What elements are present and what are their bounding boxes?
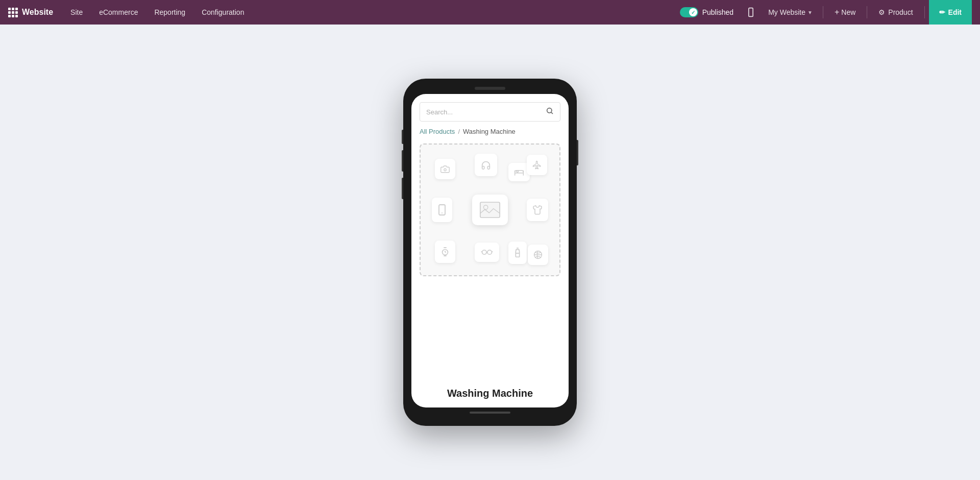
edit-button[interactable]: ✏ Edit: [929, 0, 972, 25]
svg-point-14: [487, 250, 492, 255]
grid-icon: [8, 8, 18, 17]
new-button[interactable]: + New: [827, 0, 863, 25]
screen-search-bar[interactable]: Search...: [420, 102, 560, 122]
toggle-switch[interactable]: ✓: [680, 7, 698, 17]
soccer-category-icon: [528, 245, 548, 265]
product-button[interactable]: ⚙ Product: [871, 0, 920, 25]
published-toggle[interactable]: ✓ Published: [674, 0, 740, 25]
phone-mockup: Search... All Products / Washing Machine: [403, 79, 577, 426]
shirt-category-icon: [527, 199, 548, 221]
phone-volume-up-button: [402, 150, 403, 172]
product-title: Washing Machine: [411, 383, 569, 407]
nav-site[interactable]: Site: [63, 0, 90, 25]
nav-reporting[interactable]: Reporting: [147, 0, 192, 25]
navbar-right: ✓ Published My Website ▼ + New ⚙ P: [674, 0, 972, 25]
screen-search-icon: [546, 107, 554, 117]
bottle-category-icon: [508, 242, 527, 264]
chevron-down-icon: ▼: [807, 10, 813, 15]
mobile-category-icon: [432, 198, 452, 222]
breadcrumb-separator: /: [458, 128, 460, 135]
phone-mute-button: [402, 130, 403, 144]
headphones-category-icon: [475, 154, 497, 176]
watch-category-icon: [435, 241, 455, 263]
nav-configuration[interactable]: Configuration: [194, 0, 251, 25]
published-label: Published: [702, 8, 734, 16]
phone-volume-down-button: [402, 178, 403, 199]
phone-home-indicator: [470, 412, 510, 414]
glasses-category-icon: [475, 243, 499, 262]
breadcrumb-product-name: Washing Machine: [463, 128, 516, 135]
brand-logo[interactable]: Website: [8, 8, 53, 17]
navbar: Website Site eCommerce Reporting Configu…: [0, 0, 980, 25]
svg-rect-4: [480, 202, 500, 218]
camera-category-icon: [435, 159, 455, 179]
phone-power-button: [577, 140, 578, 165]
phone-speaker: [475, 87, 505, 90]
svg-rect-7: [517, 171, 518, 172]
product-image-area: [420, 143, 560, 276]
product-label: Product: [888, 8, 913, 16]
my-website-button[interactable]: My Website ▼: [762, 0, 819, 25]
phone-bottom-bar: [411, 407, 569, 418]
svg-rect-0: [749, 8, 753, 17]
plane-category-icon: [527, 155, 547, 175]
screen-content: Search... All Products / Washing Machine: [411, 94, 569, 383]
svg-line-3: [551, 112, 553, 114]
screen-breadcrumb: All Products / Washing Machine: [420, 128, 560, 135]
edit-label: Edit: [948, 8, 962, 16]
divider3: [924, 6, 925, 18]
svg-point-6: [444, 169, 447, 171]
phone-screen: Search... All Products / Washing Machine: [411, 94, 569, 407]
toggle-knob: ✓: [689, 8, 697, 16]
brand-name: Website: [22, 8, 53, 17]
gear-icon: ⚙: [878, 8, 885, 16]
main-content: Search... All Products / Washing Machine: [0, 25, 980, 480]
plus-icon: +: [835, 8, 839, 17]
my-website-label: My Website: [768, 8, 805, 16]
divider: [823, 6, 823, 18]
svg-point-2: [547, 108, 552, 113]
screen-search-placeholder: Search...: [426, 108, 546, 116]
new-label: New: [841, 8, 855, 16]
mobile-preview-icon[interactable]: [742, 0, 760, 25]
phone-top-bar: [411, 87, 569, 94]
nav-ecommerce[interactable]: eCommerce: [92, 0, 145, 25]
pencil-icon: ✏: [939, 8, 945, 16]
divider2: [867, 6, 867, 18]
svg-point-13: [482, 250, 487, 255]
breadcrumb-all-products[interactable]: All Products: [420, 128, 455, 135]
